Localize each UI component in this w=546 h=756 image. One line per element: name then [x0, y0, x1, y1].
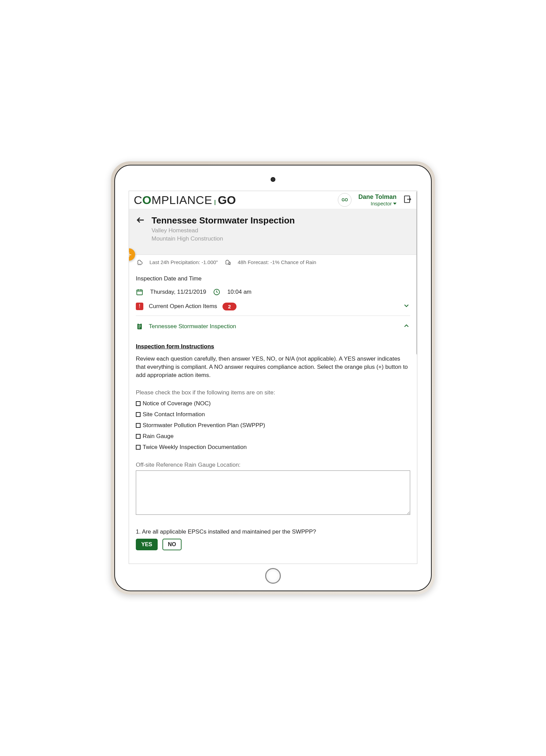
checkbox[interactable]	[136, 445, 141, 450]
rain-gauge-textarea[interactable]	[136, 470, 410, 515]
avatar[interactable]: GO	[338, 193, 351, 207]
user-role-dropdown[interactable]: Inspector	[358, 201, 397, 206]
instructions-body: Review each question carefully, then ans…	[136, 355, 410, 379]
calendar-icon[interactable]	[136, 288, 143, 296]
logout-button[interactable]	[403, 195, 412, 205]
open-action-items-title: Current Open Action Items	[149, 303, 217, 310]
checklist-label: Please check the box if the following it…	[136, 389, 410, 396]
inspection-date[interactable]: Thursday, 11/21/2019	[150, 289, 206, 295]
form-section-title: Tennessee Stormwater Inspection	[149, 323, 236, 330]
checklist-item[interactable]: Notice of Coverage (NOC)	[136, 400, 410, 407]
user-name: Dane Tolman	[358, 193, 397, 201]
checklist-item[interactable]: Rain Gauge	[136, 433, 410, 440]
page-header: Tennessee Stormwater Inspection Valley H…	[129, 209, 417, 255]
alert-icon: !	[136, 303, 143, 310]
app-screen: COMPLIANCE|GO GO Dane Tolman Inspector	[129, 191, 417, 564]
svg-rect-7	[138, 326, 141, 327]
caret-down-icon	[393, 203, 397, 205]
checklist-item[interactable]: Stormwater Pollution Prevention Plan (SW…	[136, 422, 410, 429]
yes-button[interactable]: YES	[136, 539, 158, 550]
company-name: Mountain High Construction	[152, 235, 295, 242]
svg-rect-2	[137, 290, 143, 295]
checkbox[interactable]	[136, 423, 141, 428]
app-bar: COMPLIANCE|GO GO Dane Tolman Inspector	[129, 191, 417, 209]
site-name: Valley Homestead	[152, 227, 295, 234]
chevron-up-icon	[403, 322, 410, 331]
datetime-label: Inspection Date and Time	[136, 275, 410, 282]
forecast-text: 48h Forecast: -1% Chance of Rain	[238, 259, 316, 265]
tablet-frame: COMPLIANCE|GO GO Dane Tolman Inspector	[111, 161, 435, 595]
page-title: Tennessee Stormwater Inspection	[152, 215, 295, 226]
clipboard-icon	[136, 323, 143, 330]
scrollbar[interactable]	[416, 191, 417, 564]
checklist-item[interactable]: Site Contact Information	[136, 411, 410, 418]
tablet-bezel: COMPLIANCE|GO GO Dane Tolman Inspector	[114, 165, 432, 591]
cloud-search-icon	[224, 258, 231, 266]
weather-row: Last 24h Precipitation: -1.000" 48h Fore…	[129, 256, 417, 268]
instructions-heading: Inspection form Instructions	[136, 343, 410, 350]
action-items-count-badge: 2	[222, 303, 236, 310]
precip-text: Last 24h Precipitation: -1.000"	[149, 259, 218, 265]
form-section-toggle[interactable]: Tennessee Stormwater Inspection	[136, 316, 410, 336]
open-action-items-toggle[interactable]: ! Current Open Action Items 2	[136, 296, 410, 316]
clock-icon[interactable]	[213, 288, 220, 296]
chevron-down-icon	[403, 302, 410, 311]
question-1: 1. Are all applicable EPSCs installed an…	[136, 528, 410, 535]
inspection-time[interactable]: 10:04 am	[227, 289, 252, 295]
svg-rect-6	[138, 325, 141, 325]
checkbox[interactable]	[136, 412, 141, 417]
no-button[interactable]: NO	[162, 539, 182, 550]
checkbox[interactable]	[136, 434, 141, 439]
svg-rect-8	[138, 328, 140, 328]
scrollbar-thumb[interactable]	[416, 191, 417, 355]
checklist-item[interactable]: Twice Weekly Inspection Documentation	[136, 444, 410, 451]
rain-icon	[136, 258, 143, 266]
user-area: GO Dane Tolman Inspector	[338, 193, 412, 207]
rain-gauge-label: Off-site Reference Rain Gauge Location:	[136, 462, 410, 468]
svg-rect-5	[139, 323, 141, 324]
back-button[interactable]	[136, 215, 145, 226]
checkbox[interactable]	[136, 401, 141, 406]
tablet-camera	[271, 177, 275, 182]
content-scroll[interactable]: Inspection Date and Time Thursday, 11/21…	[129, 268, 417, 564]
app-logo: COMPLIANCE|GO	[134, 193, 236, 207]
tablet-home-button[interactable]	[265, 568, 281, 584]
